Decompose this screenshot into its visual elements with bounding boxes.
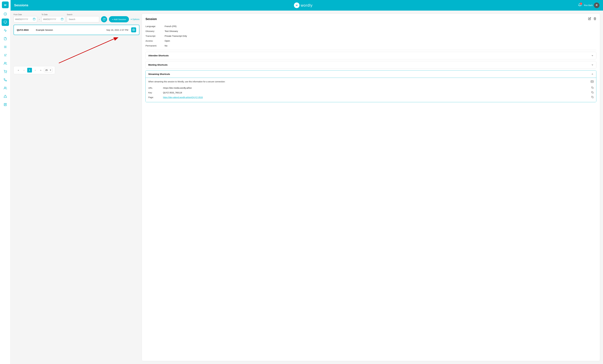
pagination-area: « ‹ 1 › » 10 25 50 100 — [13, 66, 139, 74]
url-value: rtmps://dev-media.wordly.ai/live — [163, 87, 591, 89]
sidebar-logo-letter: w — [4, 3, 6, 7]
svg-rect-1 — [4, 21, 6, 23]
user-info: Roo Barb R — [584, 2, 600, 8]
refresh-button[interactable] — [101, 16, 107, 22]
wordly-logo-text: wordly — [301, 3, 313, 8]
streaming-shortcuts-body: When streaming this session to Wordly, u… — [146, 78, 596, 102]
session-id: QUYZ-3533 — [17, 29, 33, 31]
svg-point-12 — [6, 73, 6, 73]
header-right: 1 Roo Barb R — [578, 2, 600, 8]
key-label: Key: — [148, 91, 157, 94]
session-date: Sep 16, 2021 2:37 PM — [106, 29, 128, 31]
divider — [145, 50, 596, 50]
sidebar-item-sort[interactable] — [2, 52, 9, 59]
search-label: Search — [67, 13, 99, 16]
page-next-button[interactable]: › — [33, 68, 37, 73]
panel-header: Session — [145, 17, 596, 21]
copy-url-button[interactable] — [591, 87, 594, 89]
svg-point-10 — [4, 62, 5, 63]
access-row: Access: Open — [145, 38, 596, 43]
transcript-value: Private Transcript Only — [164, 35, 187, 37]
sidebar-item-monitor[interactable] — [2, 19, 9, 26]
delete-session-button[interactable] — [593, 17, 596, 21]
from-date-input[interactable] — [15, 18, 32, 21]
language-label: Language: — [145, 25, 162, 28]
svg-point-11 — [5, 73, 5, 73]
session-name: Example Session — [36, 29, 103, 31]
transcript-row: Transcript: Private Transcript Only — [145, 33, 596, 38]
copy-key-button[interactable] — [591, 91, 594, 94]
header-page-title: Sessions — [14, 3, 28, 7]
sidebar-item-phone[interactable] — [2, 76, 9, 84]
to-date-group: To Date — [42, 13, 65, 22]
streaming-shortcuts-header[interactable]: Streaming Shortcuts — [146, 70, 596, 78]
access-value: Open — [164, 40, 170, 42]
per-page-select[interactable]: 10 25 50 100 — [44, 68, 53, 72]
wordly-logo-letter: w — [296, 4, 297, 7]
from-date-input-wrapper[interactable] — [13, 16, 37, 22]
main-area: Sessions w wordly 1 Roo Barb R Fro — [11, 0, 603, 364]
from-date-group: From Date — [13, 13, 37, 22]
language-value: French (FR) — [164, 25, 176, 28]
session-row[interactable]: QUYZ-3533 Example Session Sep 16, 2021 2… — [13, 25, 139, 35]
content-area: From Date - To Date — [11, 11, 603, 364]
app-header: Sessions w wordly 1 Roo Barb R — [11, 0, 603, 11]
sidebar-item-contacts[interactable] — [2, 60, 9, 67]
page-1-button[interactable]: 1 — [27, 68, 32, 73]
to-date-input-wrapper[interactable] — [42, 16, 65, 22]
from-date-label: From Date — [13, 13, 37, 16]
meeting-shortcuts-header[interactable]: Meeting Shortcuts — [146, 61, 596, 68]
page-row: Page: https://dev-attend.wordly.ai/join/… — [148, 95, 594, 100]
options-button[interactable]: ▾ Options — [131, 16, 139, 22]
svg-point-13 — [4, 87, 5, 88]
sidebar-item-dashboard[interactable] — [2, 10, 9, 18]
sidebar-item-cart[interactable] — [2, 68, 9, 75]
from-date-calendar-icon[interactable] — [33, 18, 35, 21]
sidebar-item-analytics[interactable] — [2, 27, 9, 34]
to-date-calendar-icon[interactable] — [61, 18, 63, 21]
streaming-shortcuts-chevron-icon — [591, 73, 594, 75]
copy-page-button[interactable] — [591, 96, 594, 99]
glossary-value: Test Glossary — [164, 30, 178, 32]
sidebar-item-team[interactable] — [2, 84, 9, 92]
sidebar-item-list[interactable] — [2, 43, 9, 51]
permanent-row: Permanent: No — [145, 43, 596, 48]
sidebar-item-alert[interactable] — [2, 93, 9, 100]
user-avatar[interactable]: R — [594, 2, 600, 8]
notification-bell[interactable]: 1 — [578, 3, 582, 8]
sidebar-item-reports[interactable] — [2, 101, 9, 108]
svg-rect-31 — [592, 87, 593, 89]
sidebar-logo[interactable]: w — [2, 1, 9, 8]
notification-count: 1 — [580, 2, 582, 5]
sidebar-item-document[interactable] — [2, 35, 9, 42]
attendee-shortcuts-header[interactable]: Attendee Shortcuts — [146, 52, 596, 59]
meeting-shortcuts-title: Meeting Shortcuts — [148, 64, 167, 66]
add-session-button[interactable]: + Add Session — [109, 16, 129, 22]
key-value: QUYZ-3533_760118 — [163, 91, 591, 94]
page-value[interactable]: https://dev-attend.wordly.ai/join/QUYZ-3… — [163, 96, 591, 99]
right-panel: Session Language: French (FR) Glossary: … — [142, 13, 600, 361]
search-wrapper: Search — [67, 13, 99, 22]
session-gear-button[interactable] — [131, 27, 136, 32]
to-date-input[interactable] — [43, 18, 60, 21]
svg-rect-32 — [592, 92, 593, 93]
search-input[interactable] — [69, 18, 97, 21]
page-first-button[interactable]: « — [16, 68, 21, 73]
search-input-wrapper[interactable] — [67, 16, 99, 22]
page-last-button[interactable]: » — [38, 68, 43, 73]
attendee-shortcuts-chevron-icon — [591, 55, 594, 57]
streaming-shortcuts-accordion: Streaming Shortcuts When streaming this … — [145, 70, 596, 102]
session-list: QUYZ-3533 Example Session Sep 16, 2021 2… — [13, 25, 139, 35]
edit-session-button[interactable] — [588, 17, 591, 21]
svg-rect-24 — [61, 18, 63, 20]
toolbar: From Date - To Date — [13, 13, 139, 22]
page-prev-button[interactable]: ‹ — [22, 68, 26, 73]
to-date-label: To Date — [42, 13, 65, 16]
meeting-shortcuts-accordion: Meeting Shortcuts — [145, 61, 596, 68]
language-row: Language: French (FR) — [145, 24, 596, 29]
date-separator: - — [39, 16, 40, 22]
sidebar: w — [0, 0, 11, 364]
permanent-label: Permanent: — [145, 44, 162, 47]
email-button[interactable] — [591, 80, 594, 84]
streaming-intro: When streaming this session to Wordly, u… — [148, 80, 594, 84]
